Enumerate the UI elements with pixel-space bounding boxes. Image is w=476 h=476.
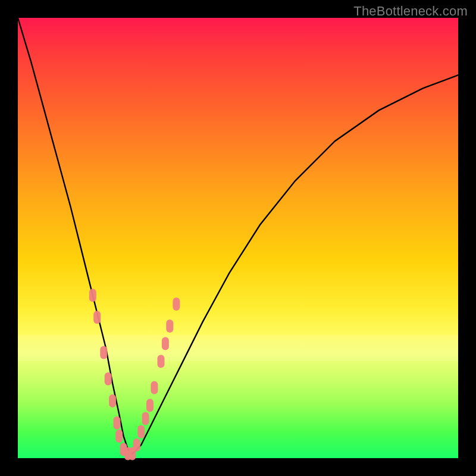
svg-rect-12 [142, 412, 149, 425]
marker-group [89, 289, 180, 460]
marker-point [105, 372, 112, 386]
marker-point [137, 425, 145, 439]
svg-rect-3 [105, 372, 112, 386]
chart-frame: TheBottleneck.com [0, 0, 476, 476]
watermark-text: TheBottleneck.com [353, 4, 468, 19]
marker-point [151, 381, 158, 394]
svg-rect-18 [173, 298, 180, 311]
plot-area [18, 18, 458, 458]
svg-rect-5 [114, 416, 121, 430]
marker-point [162, 337, 169, 350]
marker-point [89, 289, 96, 302]
marker-point [146, 399, 154, 412]
svg-rect-6 [115, 430, 123, 443]
svg-rect-14 [151, 381, 158, 394]
svg-rect-0 [89, 289, 96, 302]
svg-rect-17 [166, 320, 173, 333]
marker-point [173, 298, 180, 311]
marker-point [158, 355, 165, 368]
marker-point [114, 416, 121, 430]
marker-point [100, 346, 107, 359]
marker-point [142, 412, 149, 425]
marker-point [93, 311, 101, 324]
svg-rect-2 [100, 346, 107, 359]
marker-point [166, 320, 173, 333]
marker-point [133, 439, 140, 452]
svg-rect-13 [146, 399, 154, 412]
svg-rect-16 [162, 337, 169, 350]
svg-rect-15 [158, 355, 165, 368]
svg-rect-4 [109, 394, 116, 408]
marker-point [115, 430, 123, 443]
svg-rect-10 [133, 439, 140, 452]
svg-rect-11 [137, 425, 145, 439]
bottleneck-curve [18, 18, 458, 454]
marker-point [109, 394, 116, 408]
svg-rect-1 [93, 311, 101, 324]
chart-svg [18, 18, 458, 458]
